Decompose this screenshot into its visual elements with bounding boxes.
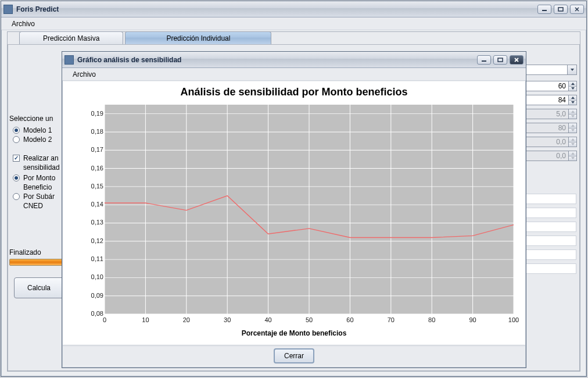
spin-down-4 [569, 142, 576, 147]
y-tick: 0,19 [80, 110, 103, 117]
x-tick: 10 [142, 316, 149, 323]
spin-down-1[interactable] [569, 100, 576, 105]
chart-window: Gráfico análisis de sensibilidad Archivo… [62, 51, 526, 368]
y-tick: 0,18 [80, 128, 103, 135]
x-tick: 0 [103, 316, 106, 323]
spin-up-5 [569, 151, 576, 156]
check-label: Realizar an [23, 154, 59, 162]
spin-up-4 [569, 137, 576, 142]
svg-line-2 [575, 8, 579, 11]
spin-down-3 [569, 128, 576, 133]
minimize-button[interactable] [537, 5, 551, 14]
spin-value-2: 5,0 [522, 109, 569, 119]
y-tick: 0,08 [80, 310, 103, 317]
maximize-button[interactable] [554, 5, 568, 14]
combo-field[interactable] [522, 65, 568, 75]
svg-rect-5 [498, 58, 503, 62]
x-tick: 40 [264, 316, 271, 323]
chart-window-icon [64, 55, 74, 65]
y-tick: 0,10 [80, 273, 103, 280]
blank-field-1[interactable] [522, 208, 576, 218]
x-tick: 80 [428, 316, 435, 323]
spin-up-3 [569, 123, 576, 128]
chart-titlebar[interactable]: Gráfico análisis de sensibilidad [62, 52, 526, 68]
spin-down-2 [569, 114, 576, 119]
calcular-button[interactable]: Calcula [14, 277, 64, 298]
svg-line-3 [575, 8, 579, 11]
x-tick: 90 [469, 316, 476, 323]
chart-menubar: Archivo [62, 68, 526, 81]
right-controls: 60845,0800,00,0 [522, 65, 577, 277]
radio-icon [13, 193, 20, 200]
plot-area [105, 105, 514, 314]
y-tick: 0,15 [80, 183, 103, 190]
cerrar-button[interactable]: Cerrar [274, 348, 314, 363]
main-titlebar[interactable]: Foris Predict [1, 1, 586, 17]
y-tick: 0,12 [80, 237, 103, 244]
close-button[interactable] [570, 5, 584, 14]
spin-up-2 [569, 109, 576, 114]
y-tick: 0,14 [80, 201, 103, 208]
dropdown-button[interactable] [568, 65, 576, 74]
svg-line-6 [515, 58, 518, 62]
y-tick: 0,17 [80, 146, 103, 153]
spin-value-5: 0,0 [522, 151, 569, 161]
tab-prediccion-individual[interactable]: Predicción Individual [125, 31, 271, 44]
radio-icon [13, 127, 20, 134]
chart-menu-file[interactable]: Archivo [68, 69, 101, 80]
y-tick: 0,09 [80, 292, 103, 299]
radio-label: Por Subár [23, 192, 55, 201]
spin-value-3: 80 [522, 123, 569, 133]
chart-maximize-button[interactable] [493, 55, 507, 65]
tab-prediccion-masiva[interactable]: Predicción Masiva [19, 31, 123, 44]
blank-field-3[interactable] [522, 236, 576, 246]
chart-client: Análisis de sensibilidad por Monto benef… [63, 81, 525, 344]
main-title: Foris Predict [16, 5, 537, 13]
x-tick: 60 [346, 316, 353, 323]
blank-field-2[interactable] [522, 222, 576, 232]
y-tick: 0,13 [80, 219, 103, 226]
radio-label: Modelo 2 [23, 135, 52, 144]
spin-value-1[interactable]: 84 [522, 95, 569, 105]
x-axis-label: Porcentaje de Monto beneficios [70, 329, 518, 337]
spin-down-5 [569, 156, 576, 161]
svg-rect-1 [558, 8, 563, 11]
x-tick: 20 [183, 316, 190, 323]
main-menubar: Archivo [1, 17, 586, 30]
chart-window-title: Gráfico análisis de sensibilidad [77, 56, 477, 64]
y-tick: 0,11 [80, 255, 103, 262]
chart-title: Análisis de sensibilidad por Monto benef… [70, 86, 518, 98]
menu-file[interactable]: Archivo [7, 19, 40, 29]
radio-label: Por Monto [23, 174, 55, 182]
x-tick: 30 [224, 316, 231, 323]
spin-down-0[interactable] [569, 86, 576, 91]
chart-minimize-button[interactable] [477, 55, 491, 65]
app-icon [3, 5, 13, 14]
blank-field-4[interactable] [522, 249, 576, 260]
radio-label: Modelo 1 [23, 126, 52, 134]
x-tick: 70 [388, 316, 395, 323]
blank-field-0[interactable] [522, 194, 576, 204]
radio-icon [13, 174, 20, 181]
spin-value-0[interactable]: 60 [522, 81, 569, 91]
check-icon: ✓ [13, 155, 20, 162]
spin-up-0[interactable] [569, 81, 576, 86]
x-tick: 50 [306, 316, 313, 323]
chart-close-button[interactable] [510, 55, 524, 65]
y-tick: 0,16 [80, 165, 103, 172]
svg-line-7 [515, 58, 518, 62]
plot-svg [105, 105, 514, 314]
radio-icon [13, 136, 20, 143]
spin-value-4: 0,0 [522, 137, 569, 147]
blank-field-5[interactable] [522, 263, 576, 274]
x-tick: 100 [508, 316, 519, 323]
spin-up-1[interactable] [569, 95, 576, 100]
